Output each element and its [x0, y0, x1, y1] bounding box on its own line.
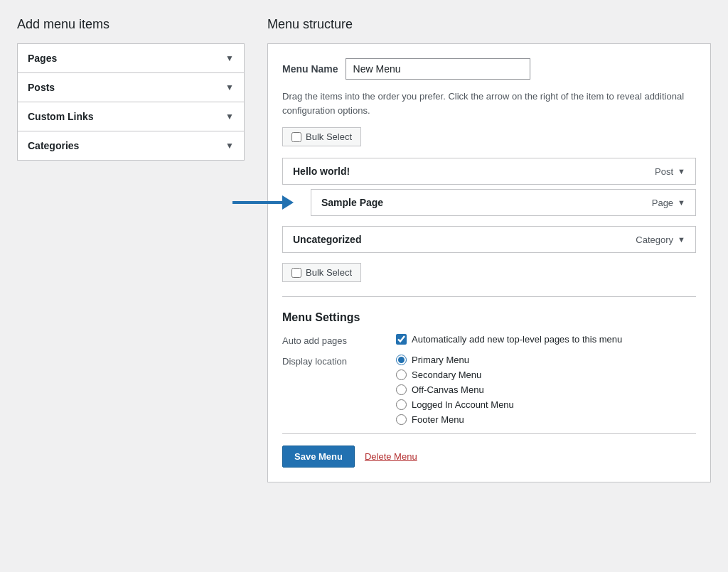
- menu-item-label-uncategorized: Uncategorized: [293, 234, 361, 245]
- right-panel: Menu structure Menu Name Drag the items …: [267, 17, 711, 482]
- accordion-label-posts: Posts: [28, 82, 55, 93]
- chevron-down-icon[interactable]: ▼: [678, 235, 685, 244]
- drag-instruction: Drag the items into the order you prefer…: [282, 90, 696, 117]
- page-layout: Add menu items Pages ▼ Posts ▼ Custom Li…: [17, 17, 711, 482]
- bulk-select-label-bottom: Bulk Select: [306, 267, 352, 278]
- chevron-down-icon[interactable]: ▼: [678, 167, 685, 176]
- bulk-select-label-top: Bulk Select: [306, 131, 352, 142]
- accordion-item-posts[interactable]: Posts ▼: [17, 72, 245, 102]
- accordion: Pages ▼ Posts ▼ Custom Links ▼ Categorie…: [17, 43, 245, 161]
- accordion-item-categories[interactable]: Categories ▼: [17, 131, 245, 161]
- auto-add-pages-label: Auto add pages: [282, 334, 382, 346]
- radio-logged-in-account-menu[interactable]: Logged In Account Menu: [396, 399, 514, 410]
- radio-logged-in-account-menu-label: Logged In Account Menu: [412, 399, 514, 410]
- footer-actions: Save Menu Delete Menu: [282, 433, 696, 468]
- save-menu-button[interactable]: Save Menu: [282, 446, 355, 468]
- radio-footer-menu-input[interactable]: [396, 414, 407, 425]
- radio-off-canvas-menu-label: Off-Canvas Menu: [412, 384, 484, 395]
- arrow-indicator: [232, 195, 294, 210]
- radio-secondary-menu[interactable]: Secondary Menu: [396, 369, 514, 380]
- menu-settings-title: Menu Settings: [282, 311, 696, 324]
- menu-item-type-hello-world: Post ▼: [655, 166, 685, 177]
- accordion-label-custom-links: Custom Links: [28, 111, 94, 122]
- menu-name-label: Menu Name: [282, 63, 338, 75]
- sub-item-wrapper: Sample Page Page ▼: [311, 189, 696, 216]
- menu-item-sample-page[interactable]: Sample Page Page ▼: [311, 189, 696, 216]
- delete-menu-link[interactable]: Delete Menu: [365, 451, 417, 462]
- chevron-down-icon: ▼: [225, 141, 234, 151]
- radio-secondary-menu-label: Secondary Menu: [412, 369, 481, 380]
- radio-footer-menu-label: Footer Menu: [412, 414, 464, 425]
- chevron-down-icon: ▼: [225, 53, 234, 63]
- auto-add-pages-row: Auto add pages Automatically add new top…: [282, 334, 696, 346]
- auto-add-pages-checkbox[interactable]: [396, 334, 407, 345]
- accordion-item-pages[interactable]: Pages ▼: [17, 43, 245, 72]
- radio-primary-menu[interactable]: Primary Menu: [396, 355, 514, 365]
- radio-primary-menu-label: Primary Menu: [412, 355, 469, 365]
- auto-add-pages-checkbox-row[interactable]: Automatically add new top-level pages to…: [396, 334, 622, 345]
- accordion-label-pages: Pages: [28, 53, 57, 64]
- dashed-box: Sample Page Page ▼: [311, 189, 696, 216]
- radio-secondary-menu-input[interactable]: [396, 369, 407, 380]
- bulk-select-button-top[interactable]: Bulk Select: [282, 127, 361, 146]
- menu-item-type-sample-page: Page ▼: [652, 198, 685, 208]
- menu-name-input[interactable]: [346, 58, 530, 80]
- left-panel: Add menu items Pages ▼ Posts ▼ Custom Li…: [17, 17, 245, 482]
- display-location-row: Display location Primary Menu Secondary …: [282, 355, 696, 425]
- chevron-down-icon: ▼: [225, 82, 234, 92]
- radio-footer-menu[interactable]: Footer Menu: [396, 414, 514, 425]
- accordion-label-categories: Categories: [28, 140, 79, 151]
- bulk-select-button-bottom[interactable]: Bulk Select: [282, 263, 361, 282]
- radio-off-canvas-menu[interactable]: Off-Canvas Menu: [396, 384, 514, 395]
- arrow-head: [282, 195, 294, 210]
- menu-item-label-sample-page: Sample Page: [321, 197, 383, 208]
- display-location-controls: Primary Menu Secondary Menu Off-Canvas M…: [396, 355, 514, 425]
- menu-settings: Menu Settings Auto add pages Automatical…: [282, 311, 696, 425]
- menu-item-hello-world[interactable]: Hello world! Post ▼: [282, 158, 696, 185]
- menu-item-type-uncategorized: Category ▼: [636, 234, 685, 245]
- section-divider: [282, 296, 696, 297]
- auto-add-pages-checkbox-label: Automatically add new top-level pages to…: [412, 334, 622, 345]
- radio-logged-in-account-menu-input[interactable]: [396, 399, 407, 410]
- menu-item-uncategorized[interactable]: Uncategorized Category ▼: [282, 226, 696, 253]
- arrow-body: [232, 201, 282, 204]
- radio-off-canvas-menu-input[interactable]: [396, 384, 407, 395]
- left-panel-title: Add menu items: [17, 17, 245, 32]
- menu-item-label-hello-world: Hello world!: [293, 166, 350, 177]
- radio-primary-menu-input[interactable]: [396, 355, 407, 365]
- menu-items-area: Hello world! Post ▼ Sample Pa: [282, 158, 696, 253]
- chevron-down-icon[interactable]: ▼: [678, 198, 685, 207]
- menu-name-row: Menu Name: [282, 58, 696, 80]
- auto-add-pages-controls: Automatically add new top-level pages to…: [396, 334, 622, 345]
- right-panel-title: Menu structure: [267, 17, 711, 32]
- chevron-down-icon: ▼: [225, 112, 234, 122]
- bulk-select-checkbox-bottom[interactable]: [291, 268, 301, 278]
- accordion-item-custom-links[interactable]: Custom Links ▼: [17, 102, 245, 131]
- bulk-select-checkbox-top[interactable]: [291, 132, 301, 142]
- menu-structure-box: Menu Name Drag the items into the order …: [267, 43, 711, 482]
- display-location-label: Display location: [282, 355, 382, 367]
